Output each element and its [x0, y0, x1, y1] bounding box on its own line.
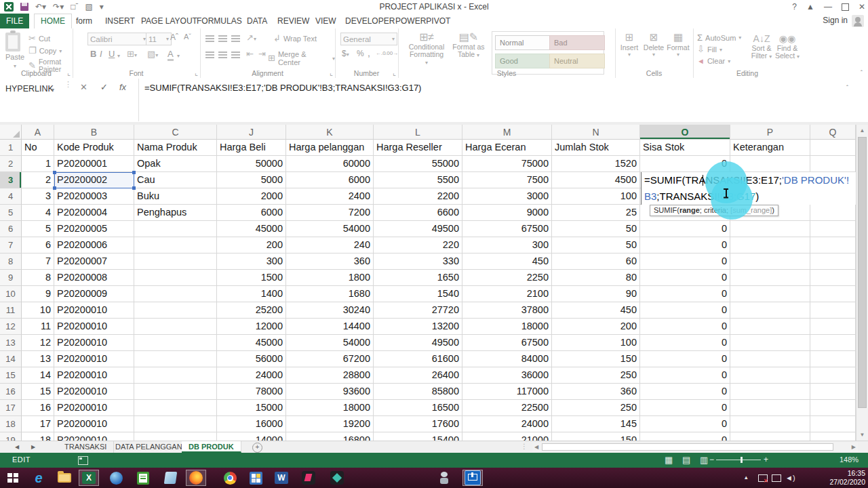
- font-color-icon[interactable]: A: [167, 49, 174, 61]
- cell-M14[interactable]: 84000: [462, 351, 552, 367]
- cell-N15[interactable]: 250: [552, 367, 640, 384]
- cell-A10[interactable]: 9: [22, 286, 54, 302]
- cell-C19[interactable]: [134, 432, 217, 441]
- sheet-tab-db-produk[interactable]: DB PRODUK: [182, 441, 241, 453]
- formula-input[interactable]: =SUMIF(TRANSAKSI!E3:E17;'DB PRODUK'!B3;T…: [138, 79, 854, 121]
- cell-B18[interactable]: P20200010: [54, 416, 134, 432]
- style-normal[interactable]: Normal: [495, 35, 551, 50]
- cell-K8[interactable]: 360: [286, 253, 374, 270]
- collapse-ribbon-icon[interactable]: ˆ: [861, 69, 863, 76]
- cell-O9[interactable]: 0: [640, 270, 730, 286]
- ribbon-display-icon[interactable]: ▲: [806, 0, 814, 14]
- cell-P18[interactable]: [730, 416, 810, 432]
- cell-N12[interactable]: 200: [552, 319, 640, 335]
- cell-L16[interactable]: 85800: [374, 384, 462, 400]
- cell-O8[interactable]: 0: [640, 253, 730, 270]
- cell-M18[interactable]: 24000: [462, 416, 552, 432]
- style-neutral[interactable]: Neutral: [549, 54, 605, 68]
- row-header-11[interactable]: 11: [0, 302, 22, 319]
- cell-M8[interactable]: 450: [462, 253, 552, 270]
- sign-in-link[interactable]: Sign in: [823, 16, 848, 25]
- fill-color-icon[interactable]: ▧▾: [147, 49, 158, 60]
- cell-J1[interactable]: Harga Beli: [217, 140, 286, 156]
- align-bottom-icon[interactable]: [231, 35, 240, 43]
- cell-B9[interactable]: P20200008: [54, 270, 134, 286]
- cell-M10[interactable]: 2100: [462, 286, 552, 302]
- scroll-up-icon[interactable]: ▲: [858, 127, 867, 134]
- cell-B13[interactable]: P20200010: [54, 335, 134, 351]
- media-orb-app-icon[interactable]: [106, 470, 126, 486]
- cell-O7[interactable]: 0: [640, 237, 730, 253]
- file-explorer-icon[interactable]: [54, 470, 75, 486]
- cell-B10[interactable]: P20200009: [54, 286, 134, 302]
- cell-P15[interactable]: [730, 367, 810, 384]
- cell-N8[interactable]: 60: [552, 253, 640, 270]
- row-header-13[interactable]: 13: [0, 335, 22, 351]
- cell-K17[interactable]: 18000: [286, 400, 374, 416]
- cell-P7[interactable]: [730, 237, 810, 253]
- firefox-icon[interactable]: [186, 470, 206, 486]
- cell-P17[interactable]: [730, 400, 810, 416]
- cell-M4[interactable]: 3000: [462, 188, 552, 205]
- fill-button[interactable]: ⇩ Fill▾: [697, 45, 722, 54]
- column-header-B[interactable]: B: [54, 125, 134, 140]
- cell-A16[interactable]: 15: [22, 384, 54, 400]
- cell-N6[interactable]: 50: [552, 221, 640, 237]
- cell-L19[interactable]: 15400: [374, 432, 462, 441]
- cell-M3[interactable]: 7500: [462, 172, 552, 188]
- vertical-scroll-thumb[interactable]: [858, 137, 867, 408]
- wrap-text-button[interactable]: ↲ Wrap Text: [273, 34, 317, 43]
- help-icon[interactable]: ?: [792, 0, 797, 14]
- cell-N3[interactable]: 4500: [552, 172, 640, 188]
- name-box-dropdown-icon[interactable]: ▾: [52, 87, 54, 93]
- row-header-17[interactable]: 17: [0, 400, 22, 416]
- cell-B14[interactable]: P20200010: [54, 351, 134, 367]
- paste-button[interactable]: Paste▾: [5, 33, 24, 69]
- scroll-left-icon[interactable]: ◀: [534, 444, 538, 450]
- copy-button[interactable]: ❐ Copy▾: [28, 46, 62, 56]
- cell-L14[interactable]: 61600: [374, 351, 462, 367]
- sheet-tab-data-pelanggan[interactable]: DATA PELANGGAN: [108, 441, 190, 453]
- scroll-down-icon[interactable]: ▼: [858, 432, 867, 438]
- cell-C1[interactable]: Nama Produk: [134, 140, 217, 156]
- cell-J4[interactable]: 2000: [217, 188, 286, 205]
- cell-L2[interactable]: 55000: [374, 156, 462, 172]
- cell-L12[interactable]: 13200: [374, 319, 462, 335]
- tab-view[interactable]: VIEW: [309, 14, 342, 28]
- conditional-formatting-button[interactable]: ⊞≠ Conditional Formatting ▾: [408, 31, 446, 66]
- cell-Q17[interactable]: [810, 400, 856, 416]
- cell-Q19[interactable]: [810, 432, 856, 441]
- underline-dropdown[interactable]: ▾: [117, 53, 120, 59]
- zoom-out-icon[interactable]: −: [709, 455, 714, 464]
- display-icon[interactable]: [772, 474, 781, 482]
- currency-format-icon[interactable]: $▾: [342, 49, 349, 58]
- cell-K13[interactable]: 54000: [286, 335, 374, 351]
- zoom-slider[interactable]: [716, 460, 761, 460]
- row-header-16[interactable]: 16: [0, 384, 22, 400]
- cell-L1[interactable]: Harga Reseller: [374, 140, 462, 156]
- cell-J14[interactable]: 56000: [217, 351, 286, 367]
- cell-K3[interactable]: 6000: [286, 172, 374, 188]
- cell-N18[interactable]: 145: [552, 416, 640, 432]
- cell-J19[interactable]: 14000: [217, 432, 286, 441]
- vertical-scrollbar[interactable]: ▲ ▼: [856, 125, 868, 441]
- cell-N9[interactable]: 80: [552, 270, 640, 286]
- cell-P19[interactable]: [730, 432, 810, 441]
- delete-cells-button[interactable]: ⊠ Delete▾: [642, 31, 665, 58]
- cell-J15[interactable]: 24000: [217, 367, 286, 384]
- row-header-1[interactable]: 1: [0, 140, 22, 156]
- cell-B19[interactable]: P20200010: [54, 432, 134, 441]
- cell-L8[interactable]: 330: [374, 253, 462, 270]
- cell-B5[interactable]: P20200004: [54, 205, 134, 221]
- cell-A18[interactable]: 17: [22, 416, 54, 432]
- cell-B16[interactable]: P20200010: [54, 384, 134, 400]
- cell-C18[interactable]: [134, 416, 217, 432]
- column-header-K[interactable]: K: [286, 125, 374, 140]
- cell-L4[interactable]: 2200: [374, 188, 462, 205]
- cell-J12[interactable]: 12000: [217, 319, 286, 335]
- cell-L7[interactable]: 220: [374, 237, 462, 253]
- dark-teal-app-icon[interactable]: [327, 470, 347, 486]
- cell-M12[interactable]: 18000: [462, 319, 552, 335]
- normal-view-icon[interactable]: ▦: [665, 455, 673, 465]
- cell-N13[interactable]: 100: [552, 335, 640, 351]
